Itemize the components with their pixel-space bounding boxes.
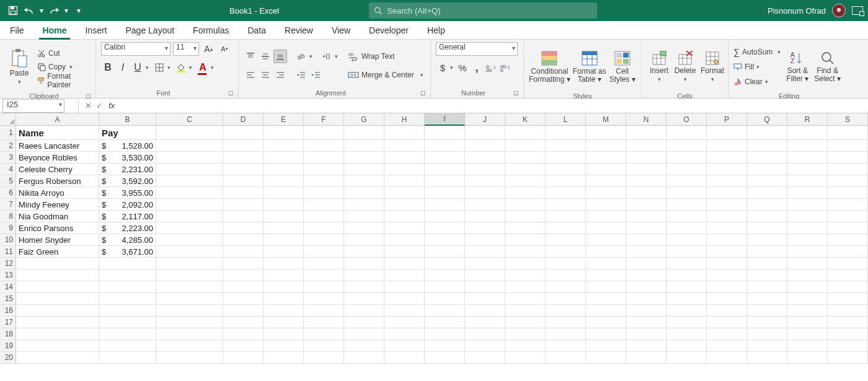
enter-icon[interactable]: ✓ — [94, 101, 105, 110]
cell-F7[interactable] — [304, 199, 344, 211]
cell-P20[interactable] — [707, 352, 747, 364]
cell-M13[interactable] — [586, 269, 626, 281]
cell-S14[interactable] — [828, 281, 868, 293]
cell-E9[interactable] — [264, 222, 304, 234]
cell-F19[interactable] — [304, 340, 344, 352]
cell-C16[interactable] — [156, 305, 223, 317]
col-header-N[interactable]: N — [626, 113, 666, 126]
cell-C1[interactable] — [156, 126, 223, 140]
cell-P11[interactable] — [707, 246, 747, 258]
cell-L13[interactable] — [546, 269, 586, 281]
cell-K4[interactable] — [505, 164, 546, 175]
cell-C6[interactable] — [156, 187, 223, 199]
cell-G2[interactable] — [344, 140, 384, 152]
cell-H13[interactable] — [384, 269, 425, 281]
cell-D14[interactable] — [223, 281, 264, 293]
cell-F3[interactable] — [304, 152, 344, 164]
cell-O17[interactable] — [666, 317, 707, 328]
font-name-select[interactable]: Calibri — [101, 42, 170, 56]
cell-B4[interactable]: $2,231.00 — [99, 164, 156, 175]
col-header-G[interactable]: G — [344, 113, 384, 126]
cell-Q10[interactable] — [747, 234, 787, 246]
tab-data[interactable]: Data — [244, 23, 270, 39]
col-header-L[interactable]: L — [546, 113, 586, 126]
cell-M5[interactable] — [586, 175, 626, 187]
cell-N8[interactable] — [626, 211, 666, 222]
cell-E12[interactable] — [264, 258, 304, 269]
row-header-6[interactable]: 6 — [0, 187, 16, 199]
cell-A2[interactable]: Raees Lancaster — [16, 140, 99, 152]
cell-J5[interactable] — [465, 175, 505, 187]
cell-N19[interactable] — [626, 340, 666, 352]
cell-Q6[interactable] — [747, 187, 787, 199]
cell-M11[interactable] — [586, 246, 626, 258]
cell-G15[interactable] — [344, 293, 384, 305]
cell-R8[interactable] — [787, 211, 828, 222]
cell-M19[interactable] — [586, 340, 626, 352]
tab-insert[interactable]: Insert — [81, 23, 110, 39]
cell-K13[interactable] — [505, 269, 546, 281]
cell-S17[interactable] — [828, 317, 868, 328]
tab-page-layout[interactable]: Page Layout — [122, 23, 178, 39]
alignment-launcher-icon[interactable]: ◻ — [418, 89, 425, 96]
cell-F8[interactable] — [304, 211, 344, 222]
italic-button[interactable]: I — [116, 61, 130, 74]
cell-S19[interactable] — [828, 340, 868, 352]
cell-K3[interactable] — [505, 152, 546, 164]
cell-C17[interactable] — [156, 317, 223, 328]
cell-K9[interactable] — [505, 222, 546, 234]
cell-D1[interactable] — [223, 126, 264, 140]
cell-F6[interactable] — [304, 187, 344, 199]
cell-B20[interactable] — [99, 352, 156, 364]
cell-D13[interactable] — [223, 269, 264, 281]
cell-C19[interactable] — [156, 340, 223, 352]
cell-R18[interactable] — [787, 328, 828, 340]
cell-F17[interactable] — [304, 317, 344, 328]
row-header-7[interactable]: 7 — [0, 199, 16, 211]
cell-E1[interactable] — [264, 126, 304, 140]
cell-E14[interactable] — [264, 281, 304, 293]
col-header-S[interactable]: S — [828, 113, 868, 126]
cell-N9[interactable] — [626, 222, 666, 234]
cell-Q20[interactable] — [747, 352, 787, 364]
cell-O5[interactable] — [666, 175, 707, 187]
cell-H17[interactable] — [384, 317, 425, 328]
cell-S2[interactable] — [828, 140, 868, 152]
cell-J7[interactable] — [465, 199, 505, 211]
col-header-K[interactable]: K — [505, 113, 546, 126]
cell-R13[interactable] — [787, 269, 828, 281]
cell-O7[interactable] — [666, 199, 707, 211]
cell-N18[interactable] — [626, 328, 666, 340]
cell-C7[interactable] — [156, 199, 223, 211]
cell-K2[interactable] — [505, 140, 546, 152]
cell-Q7[interactable] — [747, 199, 787, 211]
cell-Q1[interactable] — [747, 126, 787, 140]
row-header-8[interactable]: 8 — [0, 211, 16, 222]
align-middle-icon[interactable] — [259, 50, 272, 63]
cell-D11[interactable] — [223, 246, 264, 258]
cell-O2[interactable] — [666, 140, 707, 152]
cell-B6[interactable]: $3,955.00 — [99, 187, 156, 199]
cell-G16[interactable] — [344, 305, 384, 317]
cell-L19[interactable] — [546, 340, 586, 352]
increase-decimal-icon[interactable]: .0.00 — [484, 61, 498, 74]
cell-Q8[interactable] — [747, 211, 787, 222]
cell-L9[interactable] — [546, 222, 586, 234]
cell-J18[interactable] — [465, 328, 505, 340]
cell-G9[interactable] — [344, 222, 384, 234]
cell-J2[interactable] — [465, 140, 505, 152]
cell-E13[interactable] — [264, 269, 304, 281]
cell-M20[interactable] — [586, 352, 626, 364]
cell-N2[interactable] — [626, 140, 666, 152]
cell-R10[interactable] — [787, 234, 828, 246]
cell-B15[interactable] — [99, 293, 156, 305]
cell-H20[interactable] — [384, 352, 425, 364]
cell-E17[interactable] — [264, 317, 304, 328]
cell-F13[interactable] — [304, 269, 344, 281]
cell-I9[interactable] — [425, 222, 465, 234]
percent-format-icon[interactable]: % — [456, 61, 469, 74]
row-header-5[interactable]: 5 — [0, 175, 16, 187]
row-header-16[interactable]: 16 — [0, 305, 16, 317]
paste-button[interactable]: Paste ▾ — [5, 42, 33, 92]
cell-I4[interactable] — [425, 164, 465, 175]
